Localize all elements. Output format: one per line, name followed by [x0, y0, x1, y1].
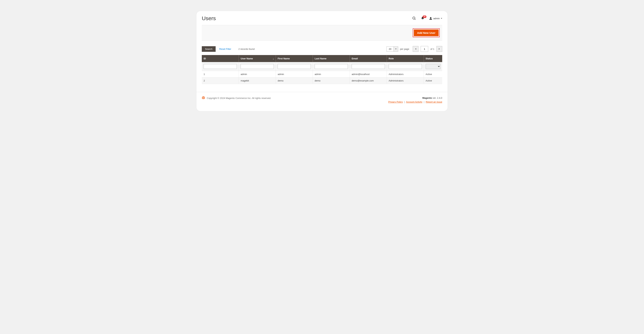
user-icon: [429, 17, 432, 20]
sort-desc-icon: ↓: [273, 57, 274, 60]
add-user-button[interactable]: Add New User: [414, 30, 438, 36]
cell-username: admin: [239, 71, 276, 78]
cell-email: admin@localhost: [350, 71, 387, 78]
cell-email: demo@example.com: [350, 78, 387, 84]
filter-firstname-input[interactable]: [278, 64, 311, 69]
per-page-group: 20 per page: [386, 46, 409, 52]
per-page-label: per page: [400, 48, 409, 50]
prev-page-button[interactable]: [413, 46, 418, 52]
account-activity-link[interactable]: Account Activity: [406, 101, 422, 103]
privacy-policy-link[interactable]: Privacy Policy: [388, 101, 403, 103]
table-filter-row: [202, 62, 442, 71]
admin-panel-frame: Users 39 admin Add New User Search Reset…: [196, 11, 448, 111]
filter-lastname-input[interactable]: [315, 64, 348, 69]
search-icon[interactable]: [412, 16, 416, 20]
user-menu[interactable]: admin: [429, 17, 442, 20]
col-header-email[interactable]: Email: [350, 55, 387, 62]
magento-logo-icon: [202, 96, 205, 100]
copyright-text: Copyright © 2024 Magento Commerce Inc. A…: [207, 97, 271, 100]
col-header-status[interactable]: Status: [424, 55, 442, 62]
action-bar: Add New User: [202, 25, 442, 41]
col-header-lastname[interactable]: Last Name: [313, 55, 350, 62]
user-name: admin: [434, 17, 440, 20]
col-header-role[interactable]: Role: [387, 55, 424, 62]
reset-filter-link[interactable]: Reset Filter: [219, 48, 231, 50]
grid-toolbar: Search Reset Filter 2 records found 20 p…: [196, 41, 448, 55]
users-grid: ID User Name ↓ First Name Last Name Emai…: [202, 55, 442, 84]
filter-id-input[interactable]: [204, 64, 237, 69]
per-page-value: 20: [387, 47, 394, 52]
footer-left: Copyright © 2024 Magento Commerce Inc. A…: [202, 96, 271, 100]
col-header-username-label: User Name: [240, 57, 253, 60]
svg-point-0: [412, 17, 415, 19]
table-head-row: ID User Name ↓ First Name Last Name Emai…: [202, 55, 442, 62]
footer-right: Magento ver. 2.4.0 Privacy Policy | Acco…: [388, 96, 442, 104]
records-found: 2 records found: [238, 48, 254, 50]
cell-status: Active: [424, 78, 442, 84]
cell-lastname: demo: [313, 78, 350, 84]
header-bar: Users 39 admin: [196, 11, 448, 23]
pager: of 1: [413, 46, 442, 52]
page-title: Users: [202, 15, 412, 22]
table-row[interactable]: 2 magebit demo demo demo@example.com Adm…: [202, 78, 442, 84]
separator: |: [404, 101, 405, 103]
version-label: ver. 2.4.0: [432, 97, 442, 99]
cell-username: magebit: [239, 78, 276, 84]
col-header-id[interactable]: ID: [202, 55, 239, 62]
cell-role: Administrators: [387, 71, 424, 78]
cell-id: 2: [202, 78, 239, 84]
brand-label: Magento: [422, 97, 432, 99]
cell-role: Administrators: [387, 78, 424, 84]
cell-lastname: admin: [313, 71, 350, 78]
page-input[interactable]: [421, 46, 428, 52]
header-actions: 39 admin: [412, 16, 442, 20]
notifications-badge: 39: [422, 16, 426, 18]
report-issue-link[interactable]: Report an Issue: [426, 101, 442, 103]
cell-firstname: demo: [276, 78, 313, 84]
page-of-label: of 1: [430, 48, 434, 50]
filter-email-input[interactable]: [352, 64, 385, 69]
table-body: 1 admin admin admin admin@localhost Admi…: [202, 71, 442, 84]
filter-username-input[interactable]: [240, 64, 274, 69]
cell-status: Active: [424, 71, 442, 78]
per-page-select[interactable]: 20: [386, 46, 398, 52]
separator: |: [424, 101, 424, 103]
chevron-down-icon: [441, 18, 442, 19]
filter-status-select[interactable]: [426, 64, 440, 69]
footer: Copyright © 2024 Magento Commerce Inc. A…: [196, 92, 448, 111]
notifications-icon[interactable]: 39: [421, 17, 424, 20]
col-header-firstname[interactable]: First Name: [276, 55, 313, 62]
cell-id: 1: [202, 71, 239, 78]
filter-role-input[interactable]: [389, 64, 422, 69]
add-user-highlight: Add New User: [413, 29, 440, 37]
svg-point-2: [430, 17, 432, 19]
chevron-down-icon[interactable]: [394, 47, 398, 52]
search-button[interactable]: Search: [202, 46, 216, 52]
table-row[interactable]: 1 admin admin admin admin@localhost Admi…: [202, 71, 442, 78]
svg-line-1: [414, 19, 416, 20]
next-page-button[interactable]: [436, 46, 442, 52]
col-header-username[interactable]: User Name ↓: [239, 55, 276, 62]
cell-firstname: admin: [276, 71, 313, 78]
